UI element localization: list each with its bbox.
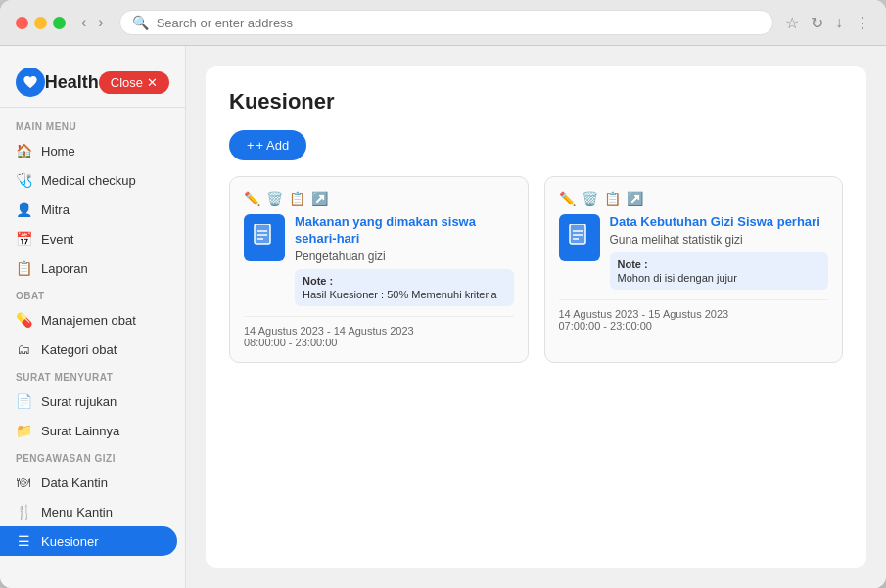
card-note-1: Note : Mohon di isi dengan jujur <box>610 252 829 290</box>
toolbar-icons: ☆ ↻ ↓ ⋮ <box>785 14 870 32</box>
bookmark-icon[interactable]: ☆ <box>785 14 799 32</box>
minimize-traffic-light[interactable] <box>34 17 47 29</box>
sidebar-item-menu-kantin[interactable]: 🍴 Menu Kantin <box>0 497 185 526</box>
titlebar: ‹ › 🔍 ☆ ↻ ↓ ⋮ <box>0 0 886 46</box>
card-note-0: Note : Hasil Kuesioner : 50% Memenuhi kr… <box>295 269 514 306</box>
edit-icon-1[interactable]: ✏️ <box>559 191 576 206</box>
svg-rect-5 <box>570 224 585 244</box>
content-card: Kuesioner + + Add ✏️ 🗑️ 📋 ↗️ <box>206 66 866 568</box>
copy-icon-1[interactable]: 📋 <box>604 191 621 206</box>
sidebar: Health Close ✕ MAIN MENU 🏠 Home 🩺 Medica… <box>0 46 186 588</box>
menu-icon[interactable]: ⋮ <box>855 14 870 32</box>
kategori-obat-icon: 🗂 <box>16 341 31 357</box>
section-label-obat: OBAT <box>0 283 185 305</box>
card-date-0: 14 Agustus 2023 - 14 Agustus 2023 08:00:… <box>244 316 514 348</box>
card-doc-icon-1 <box>559 214 600 261</box>
app-header-row: Health Close ✕ <box>0 62 185 108</box>
delete-icon-1[interactable]: 🗑️ <box>582 191 598 206</box>
sidebar-item-medical[interactable]: 🩺 Medical checkup <box>0 165 185 195</box>
back-button[interactable]: ‹ <box>77 12 90 33</box>
svg-rect-0 <box>255 224 270 244</box>
content-area: Kuesioner + + Add ✏️ 🗑️ 📋 ↗️ <box>186 46 886 588</box>
card-date-range-1: 14 Agustus 2023 - 15 Agustus 2023 <box>559 308 829 320</box>
questionnaire-card-1: ✏️ 🗑️ 📋 ↗️ <box>544 176 844 363</box>
delete-icon-0[interactable]: 🗑️ <box>266 191 283 206</box>
app-title: Health <box>45 72 99 93</box>
maximize-traffic-light[interactable] <box>53 17 66 29</box>
sidebar-item-kategori-obat[interactable]: 🗂 Kategori obat <box>0 335 185 364</box>
sidebar-item-home[interactable]: 🏠 Home <box>0 136 185 165</box>
traffic-lights <box>16 17 66 29</box>
share-icon-1[interactable]: ↗️ <box>627 191 643 206</box>
close-button[interactable]: Close ✕ <box>99 71 169 94</box>
section-label-surat: SURAT MENYURAT <box>0 364 185 386</box>
share-icon-0[interactable]: ↗️ <box>311 191 328 206</box>
card-info-0: Makanan yang dimakan siswa sehari-hari P… <box>295 214 514 306</box>
sidebar-item-data-kantin[interactable]: 🍽 Data Kantin <box>0 468 185 497</box>
card-subtitle-1: Guna melihat statistik gizi <box>610 233 829 247</box>
event-icon: 📅 <box>16 231 31 247</box>
medical-icon: 🩺 <box>16 172 31 188</box>
card-doc-icon-0 <box>244 214 285 261</box>
manajemen-obat-icon: 💊 <box>16 312 31 328</box>
add-button[interactable]: + + Add <box>229 130 306 160</box>
data-kantin-icon: 🍽 <box>16 475 31 490</box>
card-title-0: Makanan yang dimakan siswa sehari-hari <box>295 214 514 248</box>
sidebar-item-manajemen-obat[interactable]: 💊 Manajemen obat <box>0 305 185 335</box>
sidebar-item-surat-lainnya[interactable]: 📁 Surat Lainnya <box>0 416 185 445</box>
card-time-range-1: 07:00:00 - 23:00:00 <box>559 320 829 332</box>
copy-icon-0[interactable]: 📋 <box>289 191 305 206</box>
card-note-label-1: Note : <box>618 258 821 270</box>
nav-buttons: ‹ › <box>77 12 108 33</box>
forward-button[interactable]: › <box>94 12 107 33</box>
card-note-label-0: Note : <box>303 275 506 287</box>
laporan-icon: 📋 <box>16 260 31 276</box>
surat-rujukan-icon: 📄 <box>16 393 31 409</box>
card-body-1: Data Kebutuhan Gizi Siswa perhari Guna m… <box>559 214 829 290</box>
refresh-icon[interactable]: ↻ <box>811 14 823 32</box>
section-label-gizi: PENGAWASAN GIZI <box>0 445 185 468</box>
home-icon: 🏠 <box>16 143 31 158</box>
card-title-1: Data Kebutuhan Gizi Siswa perhari <box>610 214 829 231</box>
edit-icon-0[interactable]: ✏️ <box>244 191 260 206</box>
address-input[interactable] <box>157 16 761 30</box>
main-area: Health Close ✕ MAIN MENU 🏠 Home 🩺 Medica… <box>0 46 886 588</box>
sidebar-item-surat-rujukan[interactable]: 📄 Surat rujukan <box>0 386 185 416</box>
address-bar[interactable]: 🔍 <box>119 10 773 35</box>
card-body-0: Makanan yang dimakan siswa sehari-hari P… <box>244 214 514 306</box>
surat-lainnya-icon: 📁 <box>16 423 31 438</box>
sidebar-item-event[interactable]: 📅 Event <box>0 224 185 253</box>
close-traffic-light[interactable] <box>16 17 28 29</box>
card-note-text-0: Hasil Kuesioner : 50% Memenuhi kriteria <box>303 289 506 300</box>
close-x-icon: ✕ <box>147 75 158 90</box>
search-icon: 🔍 <box>132 15 149 30</box>
card-actions-1: ✏️ 🗑️ 📋 ↗️ <box>559 191 829 206</box>
card-actions-0: ✏️ 🗑️ 📋 ↗️ <box>244 191 514 206</box>
download-icon[interactable]: ↓ <box>835 14 843 32</box>
plus-icon: + <box>247 138 255 153</box>
menu-kantin-icon: 🍴 <box>16 504 31 520</box>
card-date-1: 14 Agustus 2023 - 15 Agustus 2023 07:00:… <box>559 299 829 332</box>
questionnaire-card-0: ✏️ 🗑️ 📋 ↗️ <box>229 176 529 363</box>
page-title: Kuesioner <box>229 89 843 114</box>
app-logo <box>16 68 45 97</box>
sidebar-item-kuesioner[interactable]: ☰ Kuesioner <box>0 526 177 556</box>
kuesioner-icon: ☰ <box>16 533 31 549</box>
card-time-range-0: 08:00:00 - 23:00:00 <box>244 337 514 348</box>
sidebar-item-mitra[interactable]: 👤 Mitra <box>0 195 185 224</box>
card-info-1: Data Kebutuhan Gizi Siswa perhari Guna m… <box>610 214 829 290</box>
sidebar-item-laporan[interactable]: 📋 Laporan <box>0 253 185 283</box>
card-subtitle-0: Pengetahuan gizi <box>295 249 514 263</box>
card-date-range-0: 14 Agustus 2023 - 14 Agustus 2023 <box>244 325 514 337</box>
questionnaire-cards-grid: ✏️ 🗑️ 📋 ↗️ <box>229 176 843 363</box>
card-note-text-1: Mohon di isi dengan jujur <box>618 272 821 284</box>
section-label-main-menu: MAIN MENU <box>0 113 185 136</box>
mitra-icon: 👤 <box>16 202 31 217</box>
